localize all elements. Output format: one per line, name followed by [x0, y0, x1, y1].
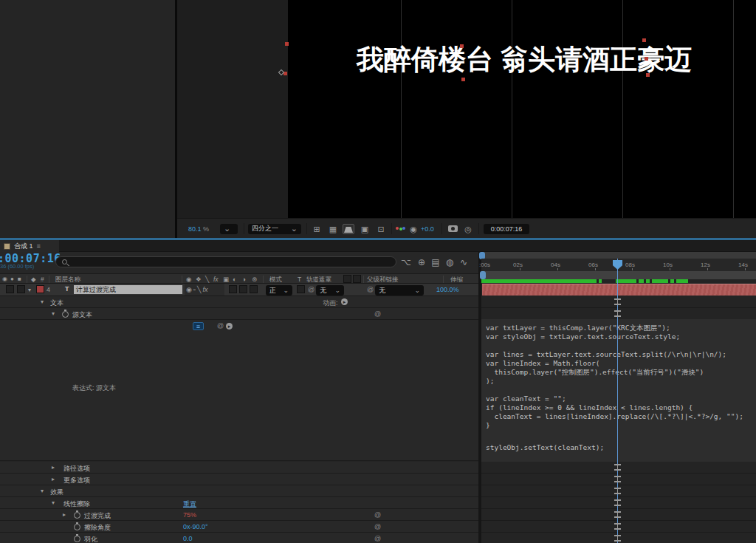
reset-link[interactable]: 重置 [183, 499, 196, 509]
viewer-timecode[interactable]: 0:00:07:16 [484, 219, 529, 239]
frame-blend-master-icon[interactable]: ▤ [429, 256, 442, 268]
ruler-tick: 04s [551, 262, 560, 268]
composition-viewer[interactable]: 我醉倚楼台 翁头请酒正豪迈 [177, 0, 756, 218]
effects-group-row[interactable]: ▾ 效果 [0, 485, 480, 497]
matte-toggle-box[interactable] [297, 285, 305, 293]
show-snapshot-icon[interactable]: ◎ [462, 224, 474, 234]
zoom-dropdown[interactable]: ⌄ [220, 219, 238, 239]
matte-pick-whip-icon[interactable]: @ [308, 286, 315, 293]
linear-wipe-row[interactable]: ▾ 线性擦除 重置 [0, 497, 480, 509]
source-text-row[interactable]: ▾ 源文本 @ [0, 308, 480, 320]
expression-enable-button[interactable]: ≡ [193, 322, 204, 330]
cti-row-marker [614, 523, 621, 530]
mini-flowchart-icon[interactable]: ⌥ [399, 256, 413, 268]
more-options-row[interactable]: ▸ 更多选项 [0, 474, 480, 485]
chevron-down-icon: ⌄ [291, 224, 298, 233]
region-of-interest-icon[interactable]: ▣ [359, 224, 371, 234]
twirl-icon[interactable]: ▾ [41, 298, 44, 305]
stretch-value[interactable]: 100.0% [436, 286, 459, 293]
stopwatch-icon[interactable] [74, 522, 80, 530]
stopwatch-icon[interactable] [74, 534, 80, 542]
label-color-swatch[interactable] [36, 285, 44, 293]
guides-icon[interactable]: ⊡ [375, 224, 387, 234]
selection-handle[interactable] [645, 57, 648, 61]
panel-menu-icon[interactable]: ≡ [37, 242, 41, 250]
graph-editor-icon[interactable]: ∿ [457, 256, 470, 268]
frame-blend-column-icon: ▣ [223, 276, 229, 283]
work-area-start-handle[interactable] [480, 271, 486, 279]
render-cache-bar [481, 279, 597, 283]
collapse-switch-icon[interactable]: ▫ [193, 286, 196, 293]
wipe-angle-label: 擦除角度 [84, 523, 111, 533]
motion-blur-column-icon: ◐ [233, 276, 236, 283]
selection-handle[interactable] [646, 73, 650, 77]
layer-switches[interactable]: ◉ ▫ ╲ fx [185, 284, 224, 296]
more-options-label: 更多选项 [63, 476, 90, 485]
tab-composition-1[interactable]: 合成 1 ≡ [0, 240, 59, 252]
twirl-icon[interactable]: ▸ [52, 464, 55, 471]
selection-handle[interactable] [642, 38, 646, 42]
mask-visibility-icon[interactable] [343, 224, 354, 234]
shy-switch-icon[interactable]: ◉ [186, 286, 192, 293]
feather-row[interactable]: 羽化 0.0 @ [0, 533, 480, 543]
path-options-row[interactable]: ▸ 路径选项 [0, 462, 480, 474]
text-layer-badge: T [65, 285, 69, 293]
search-input[interactable] [55, 256, 396, 267]
parent-dropdown[interactable]: 无⌄ [375, 285, 424, 296]
fx-switch-icon[interactable]: fx [202, 286, 207, 293]
lyric-text-layer[interactable]: 我醉倚楼台 翁头请酒正豪迈 [357, 41, 692, 78]
expression-editor[interactable]: var txtLayer = thisComp.layer("KRC文本图层")… [481, 319, 756, 462]
selection-handle[interactable] [460, 44, 464, 48]
layer-name-field[interactable]: 计算过渡完成 [74, 285, 182, 294]
exposure-icon[interactable]: ◉ [408, 224, 419, 234]
composition-canvas[interactable] [288, 0, 756, 218]
twirl-icon[interactable]: ▸ [52, 476, 55, 482]
left-empty-panel [0, 0, 175, 238]
time-navigator[interactable] [481, 252, 756, 259]
channel-colors-icon[interactable] [396, 227, 406, 231]
selection-handle[interactable] [285, 42, 289, 46]
wipe-angle-value[interactable]: 0x-90.0° [183, 523, 208, 530]
exposure-value[interactable]: +0.0 [421, 219, 434, 239]
parent-pick-whip-icon[interactable]: @ [367, 286, 374, 293]
switch-box[interactable] [239, 285, 247, 293]
expression-graph-icon[interactable]: ▸ [226, 323, 233, 329]
resolution-dropdown[interactable]: 四分之一⌄ [248, 219, 301, 239]
zoom-value[interactable]: 80.1 % [188, 219, 209, 239]
pick-whip-icon[interactable]: @ [374, 523, 381, 530]
stopwatch-icon[interactable] [74, 510, 80, 519]
track-matte-dropdown[interactable]: 无⌄ [316, 285, 344, 296]
motion-blur-master-icon[interactable]: ◍ [443, 256, 456, 268]
video-toggle[interactable] [6, 285, 14, 293]
transition-value[interactable]: 75% [183, 511, 196, 519]
stopwatch-icon[interactable] [62, 310, 69, 318]
twirl-icon[interactable]: ▾ [52, 310, 55, 317]
expression-pick-whip-icon[interactable]: @ [217, 322, 224, 329]
text-group-row[interactable]: ▾ 文本 动画: ▸ [0, 296, 480, 308]
snapshot-camera-icon[interactable] [448, 225, 458, 232]
feather-value[interactable]: 0.0 [183, 535, 193, 542]
pick-whip-icon[interactable]: @ [374, 511, 381, 519]
blend-mode-dropdown[interactable]: 正⌄ [266, 285, 292, 296]
transition-complete-row[interactable]: ▸ 过渡完成 75% @ [0, 509, 480, 521]
twirl-icon[interactable]: ▾ [52, 499, 55, 506]
quality-switch-icon[interactable]: ╲ [197, 286, 201, 293]
transparency-grid-icon[interactable]: ▦ [327, 224, 339, 234]
switch-box[interactable] [250, 285, 258, 293]
pick-whip-icon[interactable]: @ [374, 535, 381, 542]
grid-guides-icon[interactable]: ⊞ [311, 224, 323, 234]
animate-menu-icon[interactable]: ▸ [341, 298, 348, 305]
layer-row[interactable]: ▾ 4 T 计算过渡完成 ◉ ▫ ╲ fx 正⌄ @ 无⌄ @ 无⌄ 100.0… [0, 284, 480, 296]
switch-box[interactable] [229, 285, 237, 293]
pick-whip-icon[interactable]: @ [374, 310, 381, 318]
work-area-bar[interactable] [481, 271, 756, 279]
layer-twirl-icon[interactable]: ▾ [28, 287, 31, 293]
twirl-icon[interactable]: ▾ [41, 488, 44, 494]
selection-handle[interactable] [461, 78, 465, 81]
twirl-icon[interactable]: ▸ [63, 511, 66, 518]
t-column[interactable]: T [298, 276, 301, 283]
wipe-angle-row[interactable]: 擦除角度 0x-90.0° @ [0, 521, 480, 533]
draft-3d-icon[interactable]: ⊕ [415, 256, 428, 268]
layer-duration-bar[interactable] [482, 284, 756, 296]
audio-toggle[interactable] [17, 285, 25, 293]
